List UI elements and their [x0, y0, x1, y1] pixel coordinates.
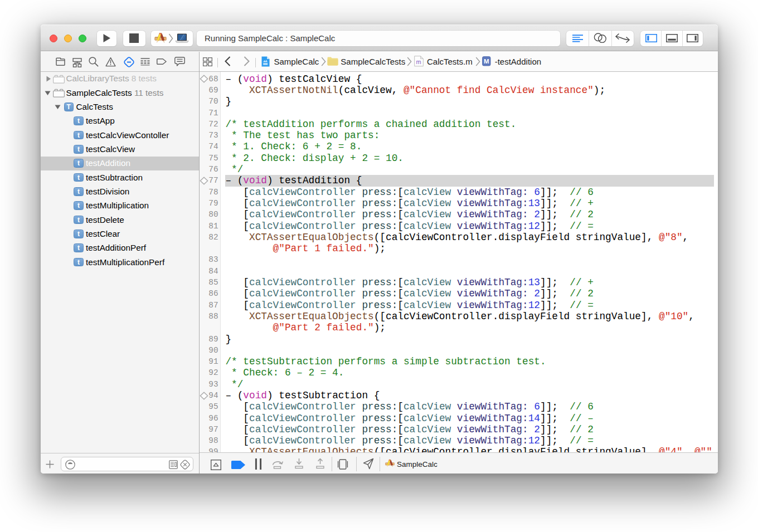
svg-text:m: m	[416, 58, 421, 65]
svg-text:M: M	[484, 58, 489, 65]
